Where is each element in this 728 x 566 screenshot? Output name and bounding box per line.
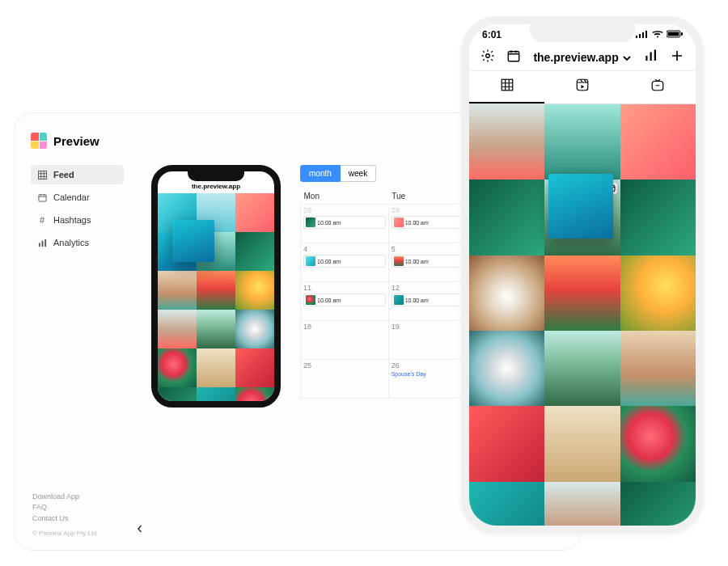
mini-grid-cell xyxy=(235,387,274,408)
feed-cell[interactable] xyxy=(469,180,544,255)
calendar-event[interactable]: 10.00 am xyxy=(303,255,386,268)
footer-link-download[interactable]: Download App xyxy=(32,492,97,503)
feed-cell[interactable] xyxy=(469,331,544,406)
mini-grid-cell xyxy=(158,348,197,387)
mini-grid-cell xyxy=(197,271,235,310)
mini-grid-cell xyxy=(197,310,235,348)
phone-mockup: 6:01 the.preview.app xyxy=(461,16,704,534)
phone-feed-grid xyxy=(469,104,696,534)
calendar-cell[interactable]: 4 10.00 am xyxy=(301,243,389,282)
dragging-tile[interactable] xyxy=(548,174,613,239)
tab-reels[interactable] xyxy=(544,71,620,103)
svg-rect-1 xyxy=(38,194,45,201)
mini-grid-cell xyxy=(235,232,274,271)
mini-grid-cell xyxy=(158,310,197,348)
preview-logo-icon xyxy=(31,133,47,149)
mini-phone-preview: the.preview.app xyxy=(151,165,281,408)
svg-rect-5 xyxy=(636,36,637,38)
svg-rect-17 xyxy=(654,50,656,61)
feed-cell[interactable] xyxy=(620,256,696,331)
calendar-cell[interactable]: 18 xyxy=(301,321,389,360)
igtv-icon xyxy=(650,78,665,92)
feed-cell[interactable] xyxy=(544,256,620,331)
sidebar-item-hashtags[interactable]: # Hashtags xyxy=(31,210,124,230)
mini-grid-cell xyxy=(197,348,235,387)
grid-icon xyxy=(500,78,514,92)
chevron-down-icon xyxy=(622,53,632,63)
svg-rect-15 xyxy=(645,56,647,61)
feed-cell[interactable] xyxy=(469,406,544,481)
footer-link-contact[interactable]: Contact Us xyxy=(32,513,97,525)
feed-cell[interactable] xyxy=(544,104,620,180)
svg-rect-19 xyxy=(577,79,588,91)
analytics-icon xyxy=(37,239,47,247)
feed-cell[interactable] xyxy=(620,482,696,534)
footer-copyright: © Preview App Pty Ltd xyxy=(32,529,97,539)
reels-icon xyxy=(575,78,590,92)
svg-rect-7 xyxy=(642,32,644,38)
sidebar-item-feed[interactable]: Feed xyxy=(31,165,124,184)
feed-cell[interactable] xyxy=(620,180,696,255)
calendar-day-header: Mon xyxy=(301,188,389,205)
footer-links: Download App FAQ Contact Us © Preview Ap… xyxy=(32,492,97,539)
feed-cell[interactable] xyxy=(620,104,696,180)
svg-rect-11 xyxy=(668,32,679,36)
calendar-cell[interactable]: 28 10.00 am xyxy=(301,205,389,243)
feed-cell[interactable] xyxy=(469,482,544,534)
calendar-icon xyxy=(37,193,47,202)
hashtag-icon: # xyxy=(37,215,47,225)
svg-point-9 xyxy=(657,36,658,38)
sidebar-item-label: Feed xyxy=(53,170,74,180)
sidebar: Feed Calendar # Hashtags Analytics xyxy=(31,165,124,408)
wifi-icon xyxy=(652,29,663,40)
svg-rect-3 xyxy=(41,240,43,246)
svg-rect-16 xyxy=(650,53,652,61)
tab-grid[interactable] xyxy=(469,71,544,103)
analytics-button[interactable] xyxy=(644,49,658,65)
feed-cell[interactable] xyxy=(544,331,620,406)
footer-link-faq[interactable]: FAQ xyxy=(32,502,97,513)
feed-cell[interactable] xyxy=(620,331,696,406)
mini-grid-cell xyxy=(158,271,197,310)
feed-cell[interactable] xyxy=(620,406,696,481)
sidebar-collapse-button[interactable] xyxy=(136,524,144,535)
calendar-toggle-month[interactable]: month xyxy=(300,165,341,182)
calendar-cell[interactable]: 25 xyxy=(301,360,389,399)
add-button[interactable] xyxy=(670,49,684,65)
feed-cell[interactable] xyxy=(544,406,620,481)
mini-grid-cell xyxy=(235,271,274,310)
status-time: 6:01 xyxy=(482,29,502,40)
calendar-toggle-week[interactable]: week xyxy=(341,165,376,182)
calendar-button[interactable] xyxy=(506,49,521,65)
svg-rect-8 xyxy=(645,31,647,38)
sidebar-item-calendar[interactable]: Calendar xyxy=(31,188,124,207)
svg-rect-18 xyxy=(502,79,513,91)
phone-notch xyxy=(188,171,244,181)
svg-rect-4 xyxy=(44,239,46,246)
calendar-event[interactable]: 10.00 am xyxy=(303,294,386,306)
signal-icon xyxy=(636,29,649,40)
tab-igtv[interactable] xyxy=(620,71,696,103)
feed-cell[interactable] xyxy=(469,256,544,331)
svg-rect-12 xyxy=(681,32,683,36)
calendar-cell[interactable]: 11 10.00 am xyxy=(301,282,389,321)
feed-cell[interactable] xyxy=(544,482,620,534)
account-switcher[interactable]: the.preview.app xyxy=(533,51,631,64)
svg-rect-14 xyxy=(508,52,519,61)
settings-button[interactable] xyxy=(480,49,495,65)
mini-dragging-tile[interactable] xyxy=(172,220,214,262)
phone-tabs xyxy=(469,70,696,104)
feed-cell[interactable] xyxy=(469,104,544,180)
svg-rect-6 xyxy=(639,34,641,38)
grid-icon xyxy=(37,171,47,180)
svg-point-13 xyxy=(486,54,490,58)
mini-grid-cell xyxy=(235,310,274,348)
sidebar-item-label: Analytics xyxy=(53,238,89,247)
mini-grid-cell xyxy=(158,387,197,408)
svg-rect-2 xyxy=(38,243,40,247)
calendar-event[interactable]: 10.00 am xyxy=(303,216,386,229)
app-title: Preview xyxy=(53,134,99,148)
sidebar-item-analytics[interactable]: Analytics xyxy=(31,233,124,252)
phone-toolbar: the.preview.app xyxy=(469,42,696,70)
battery-icon xyxy=(667,29,683,40)
